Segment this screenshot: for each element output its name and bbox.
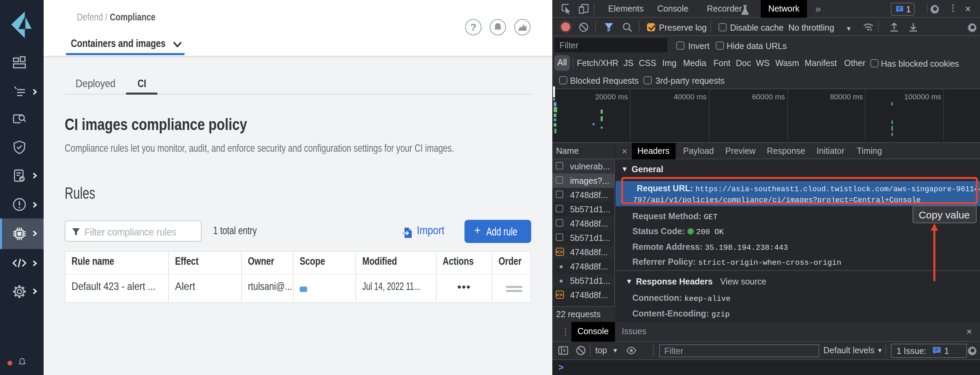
svg-text:?: ? <box>470 21 476 32</box>
